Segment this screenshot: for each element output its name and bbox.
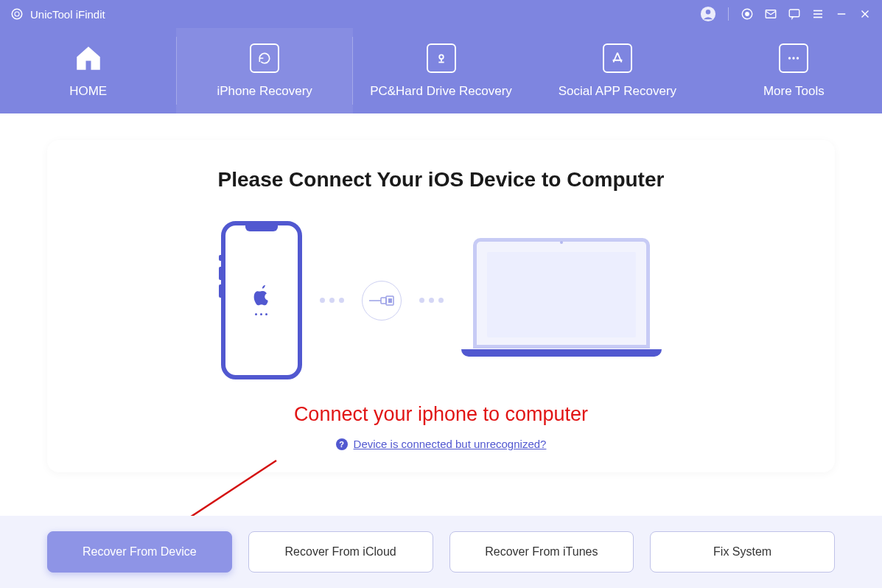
iphone-graphic [221, 221, 302, 379]
nav-tab-home[interactable]: HOME [0, 28, 176, 113]
usb-cable-icon [362, 281, 402, 321]
svg-point-4 [746, 13, 749, 16]
navbar: HOME iPhone Recovery PC&Hard Drive Recov… [0, 28, 882, 113]
app-logo: UnicTool iFindit [10, 7, 105, 21]
svg-point-0 [12, 9, 22, 19]
user-avatar-icon[interactable] [700, 6, 716, 22]
nav-tab-pc-recovery[interactable]: PC&Hard Drive Recovery [353, 28, 529, 113]
nav-label: Social APP Recovery [559, 84, 676, 99]
refresh-icon [257, 51, 272, 66]
svg-rect-20 [381, 298, 386, 304]
annotation-text: Connect your iphone to computer [69, 403, 813, 426]
minimize-icon[interactable] [835, 7, 848, 21]
help-icon: ? [336, 438, 348, 450]
fix-system-button[interactable]: Fix System [650, 531, 835, 573]
titlebar: UnicTool iFindit [0, 0, 882, 28]
apple-logo-icon [252, 285, 271, 307]
mail-icon[interactable] [764, 7, 777, 21]
app-title: UnicTool iFindit [30, 8, 105, 21]
content-area: Please Connect Your iOS Device to Comput… [0, 113, 882, 472]
connect-card: Please Connect Your iOS Device to Comput… [47, 140, 835, 472]
app-store-icon [609, 50, 626, 66]
bottom-bar: Recover From Device Recover From iCloud … [0, 516, 882, 588]
feedback-icon[interactable] [788, 7, 801, 21]
laptop-graphic [461, 238, 662, 363]
svg-point-13 [439, 55, 444, 59]
recover-from-itunes-button[interactable]: Recover From iTunes [449, 531, 634, 573]
connect-illustration [69, 221, 813, 379]
device-unrecognized-link[interactable]: Device is connected but unrecognized? [354, 438, 547, 450]
monitor-icon [433, 50, 449, 66]
svg-rect-22 [388, 298, 392, 303]
menu-icon[interactable] [811, 7, 825, 21]
connection-dots-left [320, 298, 344, 303]
svg-point-17 [793, 57, 795, 59]
svg-rect-6 [789, 10, 799, 17]
recover-from-icloud-button[interactable]: Recover From iCloud [248, 531, 433, 573]
nav-label: iPhone Recovery [217, 84, 312, 99]
help-link-row: ? Device is connected but unrecognized? [69, 438, 813, 450]
nav-label: HOME [69, 84, 107, 99]
connection-dots-right [419, 298, 444, 303]
target-icon[interactable] [741, 7, 754, 21]
nav-tab-iphone-recovery[interactable]: iPhone Recovery [176, 28, 352, 113]
titlebar-actions [700, 6, 872, 22]
close-icon[interactable] [858, 7, 872, 21]
svg-point-2 [706, 10, 710, 14]
home-icon [73, 43, 104, 74]
more-icon [785, 50, 802, 66]
recover-from-device-button[interactable]: Recover From Device [47, 531, 232, 573]
svg-point-18 [797, 57, 799, 59]
nav-label: More Tools [763, 84, 825, 99]
page-heading: Please Connect Your iOS Device to Comput… [69, 168, 813, 192]
nav-label: PC&Hard Drive Recovery [370, 84, 512, 99]
svg-point-16 [788, 57, 791, 59]
nav-tab-social-recovery[interactable]: Social APP Recovery [529, 28, 705, 113]
nav-tab-more-tools[interactable]: More Tools [706, 28, 882, 113]
app-logo-icon [10, 7, 24, 21]
